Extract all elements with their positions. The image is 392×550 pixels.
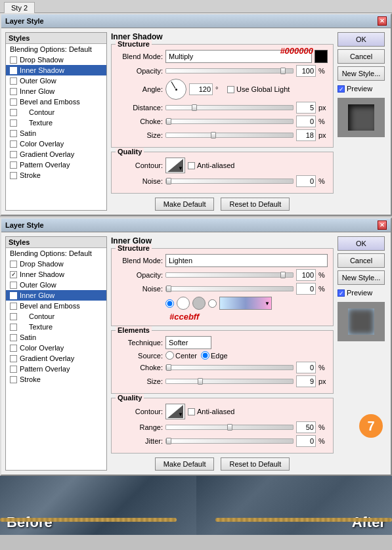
style-bevel-emboss[interactable]: Bevel and Emboss <box>6 96 106 107</box>
ok-button-2[interactable]: OK <box>338 236 385 251</box>
quality-title-2: Quality <box>116 394 144 402</box>
range-thumb[interactable] <box>227 424 232 431</box>
jitter-slider[interactable] <box>165 438 294 444</box>
noise-input-2[interactable] <box>296 283 316 295</box>
style-color-overlay[interactable]: Color Overlay <box>6 138 106 149</box>
style-contour[interactable]: Contour <box>6 107 106 117</box>
jitter-input[interactable] <box>296 435 316 447</box>
close-button-2[interactable]: ✕ <box>378 221 387 230</box>
make-default-button-1[interactable]: Make Default <box>155 198 215 211</box>
style2-texture[interactable]: Texture <box>6 322 106 332</box>
choke-slider[interactable] <box>165 119 294 124</box>
style2-satin[interactable]: Satin <box>6 332 106 343</box>
edge-radio[interactable] <box>201 351 209 360</box>
opacity-thumb-2[interactable] <box>280 272 286 278</box>
quality-section-2: Quality Contour: ▼ <box>111 398 334 454</box>
center-radio[interactable] <box>165 351 174 360</box>
range-input[interactable] <box>296 421 316 433</box>
style2-gradient-overlay[interactable]: Gradient Overlay <box>6 353 106 364</box>
center-radio-label[interactable]: Center <box>165 351 197 360</box>
opacity-slider-2[interactable] <box>165 272 294 278</box>
style2-pattern-overlay[interactable]: Pattern Overlay <box>6 364 106 374</box>
choke-input[interactable] <box>296 116 316 127</box>
size-input-2[interactable] <box>296 375 316 387</box>
style-outer-glow[interactable]: Outer Glow <box>6 75 106 86</box>
style2-bevel-emboss[interactable]: Bevel and Emboss <box>6 301 106 311</box>
noise-slider-2[interactable] <box>165 286 294 291</box>
new-style-button-2[interactable]: New Style... <box>338 270 385 285</box>
size-thumb[interactable] <box>211 132 216 138</box>
style-satin[interactable]: Satin <box>6 128 106 138</box>
noise-slider[interactable] <box>165 179 294 184</box>
anti-alias-label-2[interactable]: Anti-aliased <box>188 408 234 415</box>
style2-stroke[interactable]: Stroke <box>6 374 106 385</box>
reset-default-button-2[interactable]: Reset to Default <box>221 457 290 471</box>
jitter-thumb[interactable] <box>166 438 171 444</box>
style-inner-shadow[interactable]: Inner Shadow <box>6 65 106 75</box>
opacity-thumb[interactable] <box>280 68 286 74</box>
style-texture[interactable]: Texture <box>6 117 106 128</box>
contour-picker[interactable]: ▼ <box>165 158 185 173</box>
gradient-radio[interactable] <box>208 299 217 308</box>
style-cb <box>10 292 17 299</box>
style2-contour[interactable]: Contour <box>6 311 106 322</box>
blend-mode-select-2[interactable]: Lighten <box>165 254 328 267</box>
solid-color-radio[interactable] <box>165 299 174 308</box>
style-blending-options[interactable]: Blending Options: Default <box>6 44 106 54</box>
opacity-slider[interactable] <box>165 68 294 74</box>
new-style-button-1[interactable]: New Style... <box>338 66 385 81</box>
style2-color-overlay[interactable]: Color Overlay <box>6 343 106 353</box>
edge-radio-label[interactable]: Edge <box>201 351 228 360</box>
style2-outer-glow[interactable]: Outer Glow <box>6 280 106 290</box>
choke-thumb[interactable] <box>166 118 171 125</box>
style2-blending-options[interactable]: Blending Options: Default <box>6 248 106 259</box>
noise-input[interactable] <box>296 175 316 187</box>
size-slider[interactable] <box>165 133 294 138</box>
style-gradient-overlay[interactable]: Gradient Overlay <box>6 149 106 159</box>
preview-checkbox-1[interactable]: ✓ Preview <box>338 85 387 93</box>
size-slider-2[interactable] <box>165 379 294 384</box>
style-inner-glow[interactable]: Inner Glow <box>6 86 106 96</box>
opacity-input[interactable] <box>296 65 316 77</box>
choke-thumb-2[interactable] <box>166 364 171 371</box>
solid-color-swatch[interactable] <box>177 297 190 310</box>
size-thumb-2[interactable] <box>198 378 203 385</box>
style-label: Outer Glow <box>20 281 56 289</box>
cancel-button-1[interactable]: Cancel <box>338 49 385 64</box>
choke-input-2[interactable] <box>296 362 316 373</box>
distance-input[interactable] <box>296 102 316 114</box>
distance-thumb[interactable] <box>192 104 197 111</box>
preview-checkbox-2[interactable]: ✓ Preview <box>338 289 387 297</box>
anti-alias-text-2: Anti-aliased <box>197 408 234 415</box>
blend-color-swatch[interactable] <box>315 50 328 63</box>
style-cb <box>10 161 17 169</box>
tab-sty2[interactable]: Sty 2 <box>4 2 35 13</box>
technique-select[interactable]: Softer <box>165 336 211 349</box>
make-default-button-2[interactable]: Make Default <box>155 457 215 471</box>
size-input[interactable] <box>296 129 316 141</box>
gray-color-swatch[interactable] <box>192 297 206 310</box>
style-stroke[interactable]: Stroke <box>6 170 106 180</box>
reset-default-button-1[interactable]: Reset to Default <box>221 198 290 211</box>
distance-slider[interactable] <box>165 105 294 110</box>
choke-slider-2[interactable] <box>165 365 294 370</box>
contour-picker-2[interactable]: ▼ <box>165 404 185 419</box>
opacity-input-2[interactable] <box>296 269 316 281</box>
noise-thumb-2[interactable] <box>166 286 171 292</box>
style2-inner-shadow[interactable]: Inner Shadow <box>6 269 106 280</box>
gradient-picker[interactable]: ▼ <box>219 297 272 310</box>
style2-inner-glow[interactable]: Inner Glow <box>6 290 106 301</box>
range-slider[interactable] <box>165 425 294 430</box>
style-drop-shadow[interactable]: Drop Shadow <box>6 54 106 65</box>
style-pattern-overlay[interactable]: Pattern Overlay <box>6 159 106 170</box>
ok-button-1[interactable]: OK <box>338 32 385 47</box>
noise-thumb[interactable] <box>166 178 171 184</box>
anti-alias-label[interactable]: Anti-aliased <box>188 161 234 169</box>
bottom-buttons-2: Make Default Reset to Default <box>111 457 334 471</box>
cancel-button-2[interactable]: Cancel <box>338 253 385 268</box>
angle-input[interactable] <box>189 83 213 95</box>
close-button-1[interactable]: ✕ <box>378 16 387 26</box>
angle-dial[interactable] <box>165 79 186 100</box>
style2-drop-shadow[interactable]: Drop Shadow <box>6 259 106 269</box>
use-global-light-label[interactable]: Use Global Light <box>227 85 290 93</box>
